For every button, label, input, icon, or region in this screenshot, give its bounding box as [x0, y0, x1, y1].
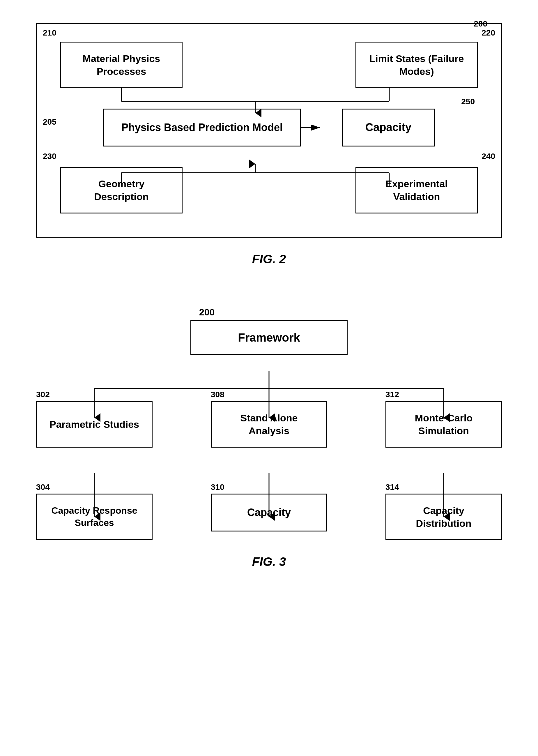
fig2-label-230: 230	[43, 152, 56, 161]
box-montecarlo: Monte-Carlo Simulation	[386, 401, 502, 448]
box-parametric: Parametric Studies	[36, 401, 152, 448]
fig3-caption: FIG. 3	[252, 555, 286, 569]
arrow-205-to-250	[301, 122, 324, 134]
fig3-col-302: 302 Parametric Studies	[36, 390, 152, 448]
box-geometry: Geometry Description	[60, 167, 183, 213]
fig3-label-312: 312	[386, 390, 399, 399]
box-standalone: Stand Alone Analysis	[211, 401, 327, 448]
fig2-top-row: Material Physics Processes Limit States …	[60, 42, 478, 88]
box-framework: Framework	[190, 320, 348, 355]
fig3-label-314: 314	[386, 483, 399, 492]
fig2-label-240: 240	[482, 152, 495, 161]
fig3-col-314: 314 Capacity Distribution	[386, 483, 502, 540]
fig2-label-250: 250	[461, 97, 475, 106]
fig2-middle-section: 205 250 Physics Based Prediction Model	[60, 109, 478, 146]
fig3-col-310: 310 Capacity	[211, 483, 327, 531]
fig3-label-200: 200	[199, 307, 502, 318]
fig3-mid-row: 302 Parametric Studies 308 Stand Alone A…	[36, 390, 502, 448]
box-experimental: Experimental Validation	[355, 167, 478, 213]
box-capacity-response: Capacity Response Surfaces	[36, 494, 152, 540]
box-material-physics: Material Physics Processes	[60, 42, 183, 88]
fig2-bottom-row: Geometry Description Experimental Valida…	[60, 167, 478, 213]
box-capacity-250: Capacity	[342, 109, 435, 146]
fig3-col-308: 308 Stand Alone Analysis	[211, 390, 327, 448]
box-capacity-310: Capacity	[211, 494, 327, 531]
fig3-label-310: 310	[211, 483, 225, 492]
fig3-wrapper: 200 Framework 302 Parametric Studies 308…	[36, 307, 502, 540]
fig2-outer-box: 210 220 230 240 Material Physics Process…	[36, 23, 502, 238]
fig3-label-304: 304	[36, 483, 50, 492]
fig2-caption: FIG. 2	[252, 252, 286, 266]
fig2-label-210: 210	[43, 28, 56, 37]
fig2-label-220: 220	[482, 28, 495, 37]
fig3-label-302: 302	[36, 390, 50, 399]
fig2-diagram: 200 210 220 230 240 Material Physics Pro…	[36, 23, 502, 238]
fig3-top: Framework	[36, 320, 502, 355]
box-limit-states: Limit States (Failure Modes)	[355, 42, 478, 88]
fig3-label-308: 308	[211, 390, 225, 399]
fig3-col-312: 312 Monte-Carlo Simulation	[386, 390, 502, 448]
box-capacity-dist: Capacity Distribution	[386, 494, 502, 540]
box-physics-model: Physics Based Prediction Model	[103, 109, 301, 146]
fig3-diagram: 200 Framework 302 Parametric Studies 308…	[36, 307, 502, 540]
fig3-bottom-row: 304 Capacity Response Surfaces 310 Capac…	[36, 483, 502, 540]
fig3-col-304: 304 Capacity Response Surfaces	[36, 483, 152, 540]
fig2-label-205: 205	[43, 117, 56, 127]
